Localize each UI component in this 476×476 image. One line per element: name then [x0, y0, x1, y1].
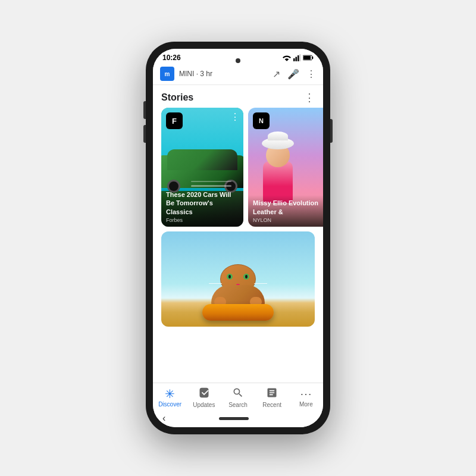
recent-icon	[266, 387, 278, 400]
phone-screen: 10:26	[153, 49, 323, 427]
home-indicator-bar: ‹	[153, 411, 323, 427]
notification-bar: m MINI · 3 hr ↗ 🎤 ⋮	[153, 64, 323, 85]
story-more-button[interactable]: ⋮	[230, 111, 240, 123]
svg-rect-2	[298, 55, 299, 61]
app-icon: m	[160, 67, 174, 81]
stories-header: Stories ⋮	[153, 85, 323, 108]
signal-icon	[293, 54, 300, 61]
story-headline-nylon: Missy Ellio Evolution Leather &	[253, 199, 323, 216]
svg-rect-1	[296, 57, 298, 62]
more-icon: ⋯	[300, 388, 312, 400]
stories-title: Stories	[161, 92, 193, 103]
volume-down-button	[143, 125, 146, 143]
nav-label-updates: Updates	[193, 402, 215, 408]
svg-rect-0	[293, 58, 295, 61]
more-options-icon[interactable]: ⋮	[306, 68, 316, 80]
svg-rect-3	[300, 54, 301, 61]
status-time: 10:26	[162, 54, 181, 62]
camera	[236, 58, 240, 63]
forbes-badge-letter: F	[172, 117, 177, 126]
nav-label-recent: Recent	[262, 402, 281, 408]
wifi-icon	[283, 54, 291, 61]
mic-icon[interactable]: 🎤	[287, 68, 299, 80]
forbes-badge: F	[166, 112, 183, 129]
svg-rect-6	[303, 56, 311, 60]
notification-actions[interactable]: ↗ 🎤 ⋮	[273, 68, 316, 80]
notification-text: MINI · 3 hr	[179, 70, 268, 78]
volume-up-button	[143, 101, 146, 119]
cat-article-card[interactable]	[161, 231, 315, 327]
nylon-badge: N	[253, 112, 270, 129]
nylon-badge-letter: N	[259, 117, 264, 124]
updates-icon	[198, 387, 210, 400]
power-button	[330, 119, 333, 143]
battery-icon	[303, 54, 314, 61]
nav-item-discover[interactable]: ✳ Discover	[155, 388, 185, 408]
home-pill[interactable]	[219, 417, 249, 420]
nav-label-discover: Discover	[158, 401, 181, 408]
nav-label-more: More	[299, 401, 313, 408]
story-caption-nylon: Missy Ellio Evolution Leather & NYLON	[248, 195, 323, 227]
story-card-nylon[interactable]: N Missy Ellio Evolution Leather & NYLON	[248, 108, 323, 227]
nav-item-recent[interactable]: Recent	[257, 387, 287, 408]
story-cards-row: F ⋮ These 2020 Cars Will Be Tomorrow's C…	[153, 108, 323, 231]
nav-label-search: Search	[228, 402, 248, 408]
nav-item-search[interactable]: Search	[223, 387, 253, 408]
stories-more-button[interactable]: ⋮	[304, 91, 315, 104]
story-caption-forbes: These 2020 Cars Will Be Tomorrow's Class…	[161, 187, 243, 227]
discover-icon: ✳	[165, 388, 175, 400]
story-source-nylon: NYLON	[253, 217, 323, 223]
bottom-nav: ✳ Discover Updates Search	[153, 383, 323, 411]
main-content: Stories ⋮	[153, 85, 323, 383]
svg-rect-5	[312, 57, 313, 59]
story-headline-forbes: These 2020 Cars Will Be Tomorrow's Class…	[166, 190, 239, 216]
story-source-forbes: Forbes	[166, 217, 239, 223]
app-icon-letter: m	[165, 71, 170, 77]
status-icons	[283, 54, 314, 61]
search-icon	[232, 387, 244, 400]
story-card-forbes[interactable]: F ⋮ These 2020 Cars Will Be Tomorrow's C…	[161, 108, 243, 227]
nav-item-updates[interactable]: Updates	[189, 387, 219, 408]
phone-frame: 10:26	[146, 42, 330, 434]
nav-item-more[interactable]: ⋯ More	[291, 388, 321, 408]
share-icon[interactable]: ↗	[273, 68, 280, 80]
back-button[interactable]: ‹	[162, 413, 165, 424]
